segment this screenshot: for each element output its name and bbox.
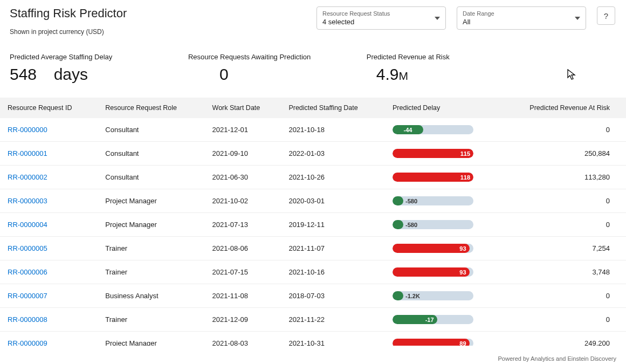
kpi-label: Resource Requests Awaiting Prediction xyxy=(188,53,367,61)
delay-fill: 93 xyxy=(393,244,470,253)
delay-bar: 118 xyxy=(393,173,473,182)
kpi-awaiting: Resource Requests Awaiting Prediction 0 xyxy=(188,53,367,84)
table-row: RR-0000007Business Analyst2021-11-082018… xyxy=(0,284,626,308)
delay-cell: -44 xyxy=(385,118,493,142)
start-date-cell: 2021-08-03 xyxy=(205,332,281,346)
col-delay[interactable]: Predicted Delay xyxy=(385,98,493,118)
kpi-unit: days xyxy=(54,65,88,83)
delay-bar: 89 xyxy=(393,339,473,346)
delay-cell: -580 xyxy=(385,213,493,237)
request-id-link[interactable]: RR-0000009 xyxy=(8,339,47,346)
kpi-label: Predicted Revenue at Risk xyxy=(367,53,545,61)
request-id-link[interactable]: RR-0000007 xyxy=(8,292,47,300)
request-id-link[interactable]: RR-0000008 xyxy=(8,315,47,324)
filter-date-range[interactable]: Date Range All xyxy=(457,6,586,30)
delay-cell: 118 xyxy=(385,166,493,189)
request-id-link[interactable]: RR-0000004 xyxy=(8,221,47,229)
role-cell: Consultant xyxy=(98,166,204,189)
col-revenue[interactable]: Predicted Revenue At Risk xyxy=(493,98,626,118)
predicted-date-cell: 2019-12-11 xyxy=(281,213,385,237)
revenue-cell: 0 xyxy=(493,308,626,332)
request-id-link[interactable]: RR-0000003 xyxy=(8,197,47,205)
request-id-link[interactable]: RR-0000005 xyxy=(8,244,47,252)
start-date-cell: 2021-10-02 xyxy=(205,189,281,213)
delay-value: -1.2K xyxy=(393,291,420,300)
predicted-date-cell: 2020-03-01 xyxy=(281,189,385,213)
kpi-value: 548 xyxy=(10,65,37,83)
start-date-cell: 2021-06-30 xyxy=(205,166,281,189)
role-cell: Trainer xyxy=(98,237,204,260)
kpi-avg-delay: Predicted Average Staffing Delay 548 day… xyxy=(10,53,188,84)
chevron-down-icon xyxy=(575,17,580,20)
start-date-cell: 2021-12-09 xyxy=(205,308,281,332)
table-row: RR-0000003Project Manager2021-10-022020-… xyxy=(0,189,626,213)
role-cell: Project Manager xyxy=(98,332,204,346)
delay-bar: -580 xyxy=(393,220,473,229)
col-role[interactable]: Resource Request Role xyxy=(98,98,204,118)
revenue-cell: 249,200 xyxy=(493,332,626,346)
revenue-cell: 0 xyxy=(493,118,626,142)
role-cell: Project Manager xyxy=(98,213,204,237)
delay-bar: -44 xyxy=(393,125,473,134)
col-pred-date[interactable]: Predicted Staffing Date xyxy=(281,98,385,118)
help-button[interactable]: ? xyxy=(597,6,615,25)
predicted-date-cell: 2021-10-26 xyxy=(281,166,385,189)
delay-cell: 89 xyxy=(385,332,493,346)
role-cell: Consultant xyxy=(98,142,204,166)
start-date-cell: 2021-12-01 xyxy=(205,118,281,142)
chevron-down-icon xyxy=(435,17,440,20)
predicted-date-cell: 2018-07-03 xyxy=(281,284,385,308)
request-id-link[interactable]: RR-0000002 xyxy=(8,173,47,181)
delay-cell: -1.2K xyxy=(385,284,493,308)
delay-cell: -580 xyxy=(385,189,493,213)
role-cell: Consultant xyxy=(98,118,204,142)
delay-fill: 118 xyxy=(393,173,473,182)
start-date-cell: 2021-11-08 xyxy=(205,284,281,308)
predicted-date-cell: 2022-01-03 xyxy=(281,142,385,166)
table-row: RR-0000004Project Manager2021-07-132019-… xyxy=(0,213,626,237)
filter-date-value: All xyxy=(463,18,494,26)
role-cell: Project Manager xyxy=(98,189,204,213)
footer-credit: Powered by Analytics and Einstein Discov… xyxy=(498,355,617,362)
start-date-cell: 2021-07-13 xyxy=(205,213,281,237)
predicted-date-cell: 2021-10-18 xyxy=(281,118,385,142)
col-start[interactable]: Work Start Date xyxy=(205,98,281,118)
delay-fill: -44 xyxy=(393,125,423,134)
request-id-link[interactable]: RR-0000000 xyxy=(8,126,47,134)
request-id-link[interactable]: RR-0000006 xyxy=(8,268,47,276)
help-icon: ? xyxy=(604,11,608,20)
risk-table: Resource Request ID Resource Request Rol… xyxy=(0,98,626,346)
predicted-date-cell: 2021-11-22 xyxy=(281,308,385,332)
revenue-cell: 113,280 xyxy=(493,166,626,189)
currency-subtitle: Shown in project currency (USD) xyxy=(10,28,306,36)
delay-cell: -17 xyxy=(385,308,493,332)
revenue-cell: 0 xyxy=(493,284,626,308)
col-id[interactable]: Resource Request ID xyxy=(0,98,98,118)
start-date-cell: 2021-07-15 xyxy=(205,260,281,284)
role-cell: Trainer xyxy=(98,260,204,284)
table-row: RR-0000009Project Manager2021-08-032021-… xyxy=(0,332,626,346)
table-row: RR-0000000Consultant2021-12-012021-10-18… xyxy=(0,118,626,142)
delay-fill: -17 xyxy=(393,315,437,324)
table-scroll-area[interactable]: Resource Request ID Resource Request Rol… xyxy=(0,98,626,346)
filter-resource-status[interactable]: Resource Request Status 4 selected xyxy=(317,6,446,30)
filter-date-label: Date Range xyxy=(463,10,494,17)
delay-cell: 93 xyxy=(385,260,493,284)
delay-fill: 89 xyxy=(393,339,470,346)
delay-cell: 115 xyxy=(385,142,493,166)
delay-bar: 93 xyxy=(393,244,473,253)
table-row: RR-0000002Consultant2021-06-302021-10-26… xyxy=(0,166,626,189)
delay-cell: 93 xyxy=(385,237,493,260)
role-cell: Business Analyst xyxy=(98,284,204,308)
delay-fill: 93 xyxy=(393,267,470,277)
filter-status-label: Resource Request Status xyxy=(322,10,390,17)
start-date-cell: 2021-09-10 xyxy=(205,142,281,166)
table-row: RR-0000008Trainer2021-12-092021-11-22-17… xyxy=(0,308,626,332)
predicted-date-cell: 2021-11-07 xyxy=(281,237,385,260)
delay-bar: -580 xyxy=(393,196,473,205)
predicted-date-cell: 2021-10-16 xyxy=(281,260,385,284)
revenue-cell: 0 xyxy=(493,213,626,237)
request-id-link[interactable]: RR-0000001 xyxy=(8,149,47,157)
delay-bar: -1.2K xyxy=(393,291,473,300)
kpi-label: Predicted Average Staffing Delay xyxy=(10,53,188,61)
